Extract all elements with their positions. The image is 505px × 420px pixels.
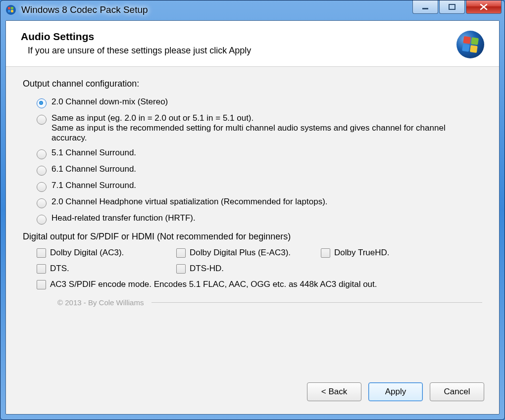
radio-option-stereo[interactable]: 2.0 Channel down-mix (Stereo) (37, 97, 482, 108)
copyright-divider: © 2013 - By Cole Williams (57, 298, 482, 307)
radio-icon[interactable] (37, 149, 47, 159)
radio-option-5-1[interactable]: 5.1 Channel Surround. (37, 148, 482, 159)
radio-option-hrtf[interactable]: Head-related transfer function (HRTF). (37, 213, 482, 225)
radio-description: Same as input is the recommended setting… (51, 123, 482, 143)
radio-icon[interactable] (37, 98, 47, 108)
svg-rect-2 (11, 7, 13, 9)
settings-body: Output channel configuration: 2.0 Channe… (6, 67, 499, 373)
app-icon (5, 4, 16, 15)
apply-button[interactable]: Apply (368, 382, 423, 401)
checkbox-icon[interactable] (321, 248, 330, 258)
check-dts-hd[interactable]: DTS-HD. (176, 264, 310, 274)
svg-rect-5 (422, 8, 428, 9)
wizard-footer: < Back Apply Cancel (6, 373, 499, 414)
windows-logo-icon (456, 31, 484, 58)
window-title: Windows 8 Codec Pack Setup (21, 4, 148, 15)
check-dts[interactable]: DTS. (37, 264, 165, 274)
radio-option-6-1[interactable]: 6.1 Channel Surround. (37, 164, 482, 176)
maximize-button[interactable] (439, 0, 465, 14)
installer-window: Windows 8 Codec Pack Setup Audio Setting… (0, 0, 505, 420)
cancel-button[interactable]: Cancel (430, 382, 484, 401)
close-button[interactable] (466, 0, 502, 14)
digital-output-label: Digital output for S/PDIF or HDMI (Not r… (23, 232, 482, 242)
radio-option-7-1[interactable]: 7.1 Channel Surround. (37, 181, 482, 192)
radio-icon[interactable] (37, 198, 47, 208)
radio-icon[interactable] (37, 166, 47, 176)
page-subtitle: If you are unsure of these settings plea… (28, 46, 251, 56)
copyright-text: © 2013 - By Cole Williams (57, 298, 144, 307)
checkbox-icon[interactable] (37, 280, 46, 289)
svg-rect-3 (8, 10, 10, 12)
page-header: Audio Settings If you are unsure of thes… (6, 21, 499, 67)
radio-option-headphone[interactable]: 2.0 Channel Headphone virtual spatializa… (37, 197, 482, 208)
radio-label: Same as input (eg. 2.0 in = 2.0 out or 5… (51, 113, 253, 123)
checkbox-icon[interactable] (176, 248, 186, 258)
radio-icon[interactable] (37, 182, 47, 192)
svg-rect-1 (8, 7, 10, 9)
radio-icon[interactable] (37, 115, 47, 125)
svg-rect-4 (11, 10, 13, 12)
radio-icon[interactable] (37, 215, 47, 225)
check-dolby-eac3[interactable]: Dolby Digital Plus (E-AC3). (176, 248, 310, 258)
svg-rect-6 (449, 4, 455, 9)
page-title: Audio Settings (21, 31, 251, 43)
client-area: Audio Settings If you are unsure of thes… (5, 20, 500, 415)
titlebar[interactable]: Windows 8 Codec Pack Setup (0, 0, 505, 19)
back-button[interactable]: < Back (307, 382, 361, 401)
divider-line (152, 302, 482, 303)
radio-option-same-as-input[interactable]: Same as input (eg. 2.0 in = 2.0 out or 5… (37, 113, 482, 143)
check-dolby-truehd[interactable]: Dolby TrueHD. (321, 248, 389, 258)
check-ac3-spdif-encode[interactable]: AC3 S/PDIF encode mode. Encodes 5.1 FLAC… (37, 280, 471, 289)
output-channel-label: Output channel configuration: (23, 79, 482, 89)
minimize-button[interactable] (412, 0, 438, 14)
checkbox-icon[interactable] (176, 264, 186, 274)
svg-point-0 (6, 5, 16, 15)
checkbox-icon[interactable] (37, 248, 46, 258)
check-dolby-ac3[interactable]: Dolby Digital (AC3). (37, 248, 165, 258)
checkbox-icon[interactable] (37, 264, 46, 274)
